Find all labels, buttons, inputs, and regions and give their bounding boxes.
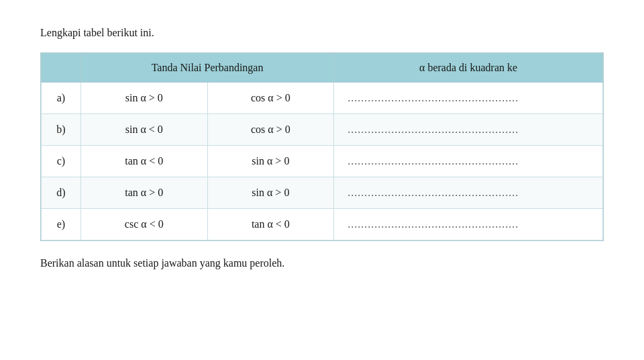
condition-1: tan α < 0 [80, 146, 207, 177]
table-row: c)tan α < 0sin α > 0....................… [42, 146, 603, 177]
condition-2: cos α > 0 [207, 114, 334, 146]
table-row: e)csc α < 0tan α < 0....................… [42, 209, 603, 240]
condition-2: tan α < 0 [207, 209, 334, 240]
instruction-text: Lengkapi tabel berikut ini. [40, 27, 604, 39]
answer-cell: ........................................… [334, 209, 603, 240]
header-conditions-group: Tanda Nilai Perbandingan [80, 54, 333, 83]
header-label-col [42, 54, 81, 83]
condition-1: sin α > 0 [80, 83, 207, 114]
answer-cell: ........................................… [334, 83, 603, 114]
header-answer-col: α berada di kuadran ke [334, 54, 603, 83]
table-row: a)sin α > 0cos α > 0....................… [42, 83, 603, 114]
condition-2: sin α > 0 [207, 146, 334, 177]
main-table-wrapper: Tanda Nilai Perbandingan α berada di kua… [40, 52, 604, 241]
row-label: c) [42, 146, 81, 177]
condition-1: csc α < 0 [80, 209, 207, 240]
comparison-table: Tanda Nilai Perbandingan α berada di kua… [41, 53, 603, 240]
condition-1: tan α > 0 [80, 177, 207, 209]
condition-1: sin α < 0 [80, 114, 207, 146]
table-row: d)tan α > 0sin α > 0....................… [42, 177, 603, 209]
row-label: b) [42, 114, 81, 146]
condition-2: sin α > 0 [207, 177, 334, 209]
row-label: e) [42, 209, 81, 240]
footer-text: Berikan alasan untuk setiap jawaban yang… [40, 257, 604, 269]
answer-cell: ........................................… [334, 114, 603, 146]
table-row: b)sin α < 0cos α > 0....................… [42, 114, 603, 146]
answer-cell: ........................................… [334, 146, 603, 177]
row-label: d) [42, 177, 81, 209]
row-label: a) [42, 83, 81, 114]
answer-cell: ........................................… [334, 177, 603, 209]
condition-2: cos α > 0 [207, 83, 334, 114]
